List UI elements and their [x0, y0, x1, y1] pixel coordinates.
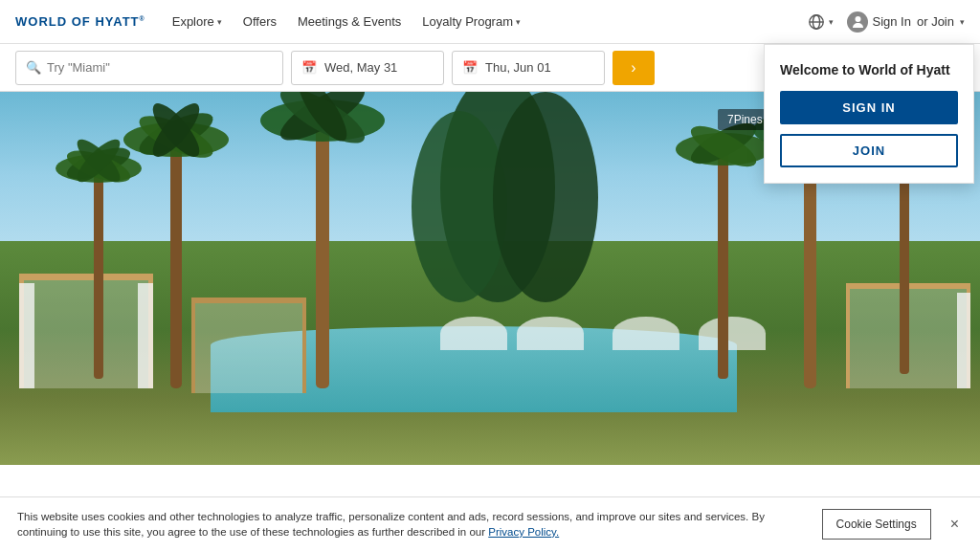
nav-offers[interactable]: Offers	[243, 14, 277, 29]
cabana-left	[19, 274, 153, 388]
user-icon	[847, 11, 868, 33]
curtain-left	[19, 283, 34, 388]
checkout-date[interactable]: 📅 Thu, Jun 01	[452, 51, 605, 85]
signin-area[interactable]: Sign In or Join ▾	[847, 11, 965, 33]
chevron-down-icon: ▾	[960, 17, 965, 27]
nav-meetings[interactable]: Meetings & Events	[298, 14, 401, 29]
logo-text: WORLD OF HYATT	[15, 14, 140, 29]
signin-dropdown: Welcome to World of Hyatt SIGN IN JOIN	[764, 44, 974, 184]
or-join-label: or Join	[917, 14, 954, 29]
umbrella-2	[517, 317, 584, 350]
cabana-mid	[191, 298, 306, 393]
chevron-down-icon: ▾	[516, 17, 521, 27]
checkout-label: Thu, Jun 01	[485, 60, 551, 75]
calendar-icon: 📅	[462, 60, 478, 75]
cabana-right	[846, 283, 970, 388]
cookie-text: This website uses cookies and other tech…	[17, 509, 807, 540]
cookie-settings-button[interactable]: Cookie Settings	[822, 509, 931, 540]
checkin-date[interactable]: 📅 Wed, May 31	[291, 51, 444, 85]
close-cookie-banner[interactable]: ×	[947, 514, 963, 535]
search-button[interactable]: ›	[612, 51, 655, 85]
nav-explore[interactable]: Explore ▾	[172, 14, 222, 29]
privacy-policy-link[interactable]: Privacy Policy.	[488, 526, 559, 538]
umbrella-1	[440, 317, 507, 350]
language-selector[interactable]: ▾	[808, 13, 834, 31]
arrow-right-icon: ›	[631, 59, 635, 76]
globe-icon	[808, 13, 825, 31]
checkin-label: Wed, May 31	[324, 60, 397, 75]
nav-loyalty[interactable]: Loyalty Program ▾	[422, 14, 521, 29]
chevron-down-icon: ▾	[217, 17, 222, 27]
chevron-down-icon: ▾	[829, 17, 834, 27]
cookie-banner: This website uses cookies and other tech…	[0, 496, 980, 551]
header-right: ▾ Sign In or Join ▾	[808, 11, 965, 33]
calendar-icon: 📅	[301, 60, 317, 75]
join-button[interactable]: JOIN	[780, 134, 958, 167]
curtain-far-right	[957, 293, 970, 388]
umbrella-4	[699, 317, 766, 350]
dropdown-title: Welcome to World of Hyatt	[780, 62, 958, 77]
search-icon: 🔍	[26, 60, 41, 75]
site-logo[interactable]: WORLD OF HYATT®	[15, 14, 145, 29]
location-search[interactable]: 🔍	[15, 51, 283, 85]
header: WORLD OF HYATT® Explore ▾ Offers Meeting…	[0, 0, 980, 44]
main-nav: Explore ▾ Offers Meetings & Events Loyal…	[172, 14, 809, 29]
svg-point-3	[855, 16, 860, 22]
logo-reg: ®	[140, 15, 145, 22]
umbrella-3	[612, 317, 679, 350]
search-input[interactable]	[47, 60, 273, 75]
curtain-right	[138, 283, 153, 388]
signin-button[interactable]: SIGN IN	[780, 91, 958, 124]
signin-label: Sign In	[872, 14, 910, 29]
